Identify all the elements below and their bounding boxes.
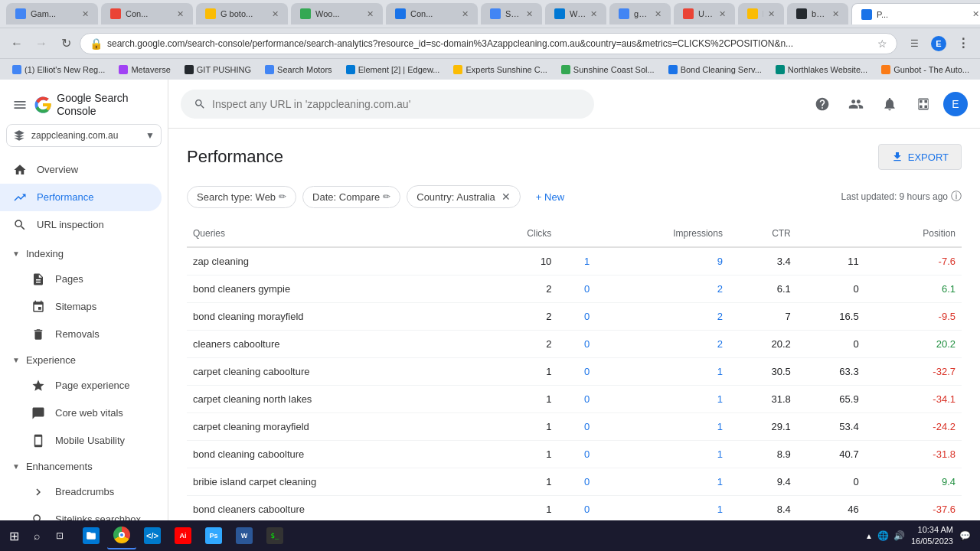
tab-close-icon[interactable]: ✕ bbox=[655, 9, 662, 19]
section-header-experience[interactable]: ▼ Experience bbox=[0, 348, 168, 372]
bookmark-item[interactable]: Search Motors bbox=[259, 61, 338, 78]
browser-tab-inactive[interactable]: G boto... ✕ bbox=[196, 3, 288, 24]
bookmark-item[interactable]: React-Bootstrap - R... bbox=[977, 61, 980, 78]
tab-close-icon[interactable]: ✕ bbox=[272, 9, 279, 19]
filter-remove-icon[interactable]: ✕ bbox=[501, 191, 511, 203]
browser-tab-inactive[interactable]: Usag... ✕ bbox=[674, 3, 735, 24]
systray: ▲ 🌐 🔊 bbox=[865, 530, 905, 541]
profile-button[interactable]: E bbox=[928, 33, 949, 54]
add-new-filter-button[interactable]: + New bbox=[527, 187, 573, 207]
clock[interactable]: 10:34 AM 16/05/2023 bbox=[911, 524, 953, 548]
bookmark-item[interactable]: Gunbot - The Auto... bbox=[875, 61, 975, 78]
taskbar-ps[interactable]: Ps bbox=[199, 522, 228, 549]
section-header-indexing[interactable]: ▼ Indexing bbox=[0, 242, 168, 266]
nav-item-mobile-usability[interactable]: Mobile Usability bbox=[0, 427, 162, 455]
address-bar-row: ← → ↻ 🔒 search.google.com/search-console… bbox=[0, 28, 980, 58]
tab-close-icon[interactable]: ✕ bbox=[526, 9, 533, 19]
taskbar-vscode[interactable]: </> bbox=[138, 522, 167, 549]
avatar[interactable]: E bbox=[943, 92, 968, 116]
breadcrumbs-icon bbox=[31, 484, 46, 500]
section-header-enhancements[interactable]: ▼ Enhancements bbox=[0, 455, 168, 478]
property-chevron-icon: ▼ bbox=[145, 130, 155, 141]
search-input[interactable] bbox=[212, 98, 581, 110]
tab-close-icon[interactable]: ✕ bbox=[177, 9, 184, 19]
users-button[interactable] bbox=[842, 90, 870, 118]
bookmark-item[interactable]: Bond Cleaning Serv... bbox=[662, 61, 768, 78]
browser-tab-inactive[interactable]: Gam... ✕ bbox=[6, 3, 98, 24]
section-label-enhancements: Enhancements bbox=[26, 461, 93, 472]
notification-tray[interactable]: 💬 bbox=[959, 530, 971, 541]
page-experience-icon bbox=[31, 378, 46, 393]
browser-tab-inactive[interactable]: goo... ✕ bbox=[609, 3, 671, 24]
table-row: zap cleaning 10 1 9 3.4 11 -7.6 bbox=[187, 247, 962, 276]
browser-tab-inactive[interactable]: Con... ✕ bbox=[386, 3, 478, 24]
back-button[interactable]: ← bbox=[6, 33, 28, 54]
menu-button[interactable]: ⋮ bbox=[952, 33, 974, 54]
help-button[interactable] bbox=[808, 90, 836, 118]
task-view-button[interactable]: ⊡ bbox=[49, 525, 70, 546]
search-bar[interactable] bbox=[181, 90, 594, 119]
browser-tab-inactive[interactable]: Rate... ✕ bbox=[738, 3, 784, 24]
nav-item-pages[interactable]: Pages bbox=[0, 266, 162, 293]
info-icon[interactable]: ⓘ bbox=[951, 190, 962, 204]
bookmark-item[interactable]: Northlakes Website... bbox=[769, 61, 874, 78]
adobe-icon: Ai bbox=[175, 527, 191, 544]
browser-tab-inactive[interactable]: Con... ✕ bbox=[101, 3, 193, 24]
reload-button[interactable]: ↻ bbox=[55, 33, 77, 54]
browser-tab-inactive[interactable]: Web... ✕ bbox=[545, 3, 606, 24]
filter-search-type[interactable]: Search type: Web ✏ bbox=[187, 186, 296, 208]
taskbar-explorer[interactable] bbox=[77, 522, 106, 549]
filter-date[interactable]: Date: Compare ✏ bbox=[302, 186, 400, 208]
bookmark-item[interactable]: Metaverse bbox=[113, 61, 176, 78]
bookmark-item[interactable]: Element [2] | Edgew... bbox=[340, 61, 446, 78]
systray-arrow[interactable]: ▲ bbox=[865, 532, 873, 540]
filter-country[interactable]: Country: Australia ✕ bbox=[407, 185, 521, 208]
cell-clicks: 1 bbox=[479, 468, 557, 496]
cell-query: carpet cleaning north lakes bbox=[187, 386, 479, 413]
nav-item-performance[interactable]: Performance bbox=[0, 184, 162, 211]
nav-item-removals[interactable]: Removals bbox=[0, 321, 162, 348]
forward-button[interactable]: → bbox=[31, 33, 52, 54]
notifications-button[interactable] bbox=[876, 90, 903, 118]
last-updated-text: Last updated: 9 hours ago bbox=[841, 191, 948, 202]
bookmark-item[interactable]: GIT PUSHING bbox=[178, 61, 257, 78]
browser-tab-inactive[interactable]: boto... ✕ bbox=[787, 3, 848, 24]
nav-item-sitemaps[interactable]: Sitemaps bbox=[0, 293, 162, 321]
tab-close-icon[interactable]: ✕ bbox=[590, 9, 597, 19]
cell-change: -32.7 bbox=[865, 358, 962, 386]
users-icon bbox=[848, 96, 864, 112]
browser-tab-inactive[interactable]: Woo... ✕ bbox=[291, 3, 383, 24]
browser-tab-active[interactable]: P... ✕ bbox=[851, 3, 980, 24]
apps-button[interactable] bbox=[910, 90, 937, 118]
tab-close-icon[interactable]: ✕ bbox=[367, 9, 374, 19]
hamburger-menu[interactable] bbox=[12, 97, 28, 112]
property-selector[interactable]: zappcleaning.com.au ▼ bbox=[6, 124, 162, 147]
bookmark-item[interactable]: Experts Sunshine C... bbox=[447, 61, 553, 78]
bookmark-item[interactable]: (1) Elliot's New Reg... bbox=[6, 61, 111, 78]
nav-item-breadcrumbs[interactable]: Breadcrumbs bbox=[0, 478, 162, 506]
taskbar-adobe[interactable]: Ai bbox=[168, 522, 198, 549]
extensions-button[interactable]: ☰ bbox=[903, 33, 925, 54]
tab-close-icon[interactable]: ✕ bbox=[768, 9, 775, 19]
bookmark-item[interactable]: Sunshine Coast Sol... bbox=[555, 61, 661, 78]
browser-tab-inactive[interactable]: Set u... ✕ bbox=[481, 3, 542, 24]
nav-item-page-experience[interactable]: Page experience bbox=[0, 372, 162, 399]
taskbar-chrome[interactable] bbox=[107, 522, 136, 549]
tab-close-icon[interactable]: ✕ bbox=[719, 9, 726, 19]
nav-item-overview[interactable]: Overview bbox=[0, 156, 162, 184]
start-button[interactable]: ⊞ bbox=[3, 525, 24, 546]
taskbar-terminal[interactable]: $_ bbox=[260, 522, 289, 549]
tab-close-icon[interactable]: ✕ bbox=[462, 9, 469, 19]
star-icon[interactable]: ☆ bbox=[877, 37, 887, 50]
cell-clicks: 1 bbox=[479, 386, 557, 413]
nav-item-url-inspection[interactable]: URL inspection bbox=[0, 211, 162, 239]
tab-close-icon[interactable]: ✕ bbox=[972, 9, 979, 19]
export-button[interactable]: EXPORT bbox=[878, 144, 962, 170]
tab-close-icon[interactable]: ✕ bbox=[82, 9, 89, 19]
search-taskbar-button[interactable]: ⌕ bbox=[26, 525, 47, 546]
nav-item-core-web-vitals[interactable]: Core web vitals bbox=[0, 399, 162, 427]
tab-close-icon[interactable]: ✕ bbox=[832, 9, 839, 19]
address-bar[interactable]: 🔒 search.google.com/search-console/perfo… bbox=[80, 33, 897, 54]
taskbar-word[interactable]: W bbox=[230, 522, 259, 549]
volume-icon[interactable]: 🔊 bbox=[893, 530, 905, 541]
